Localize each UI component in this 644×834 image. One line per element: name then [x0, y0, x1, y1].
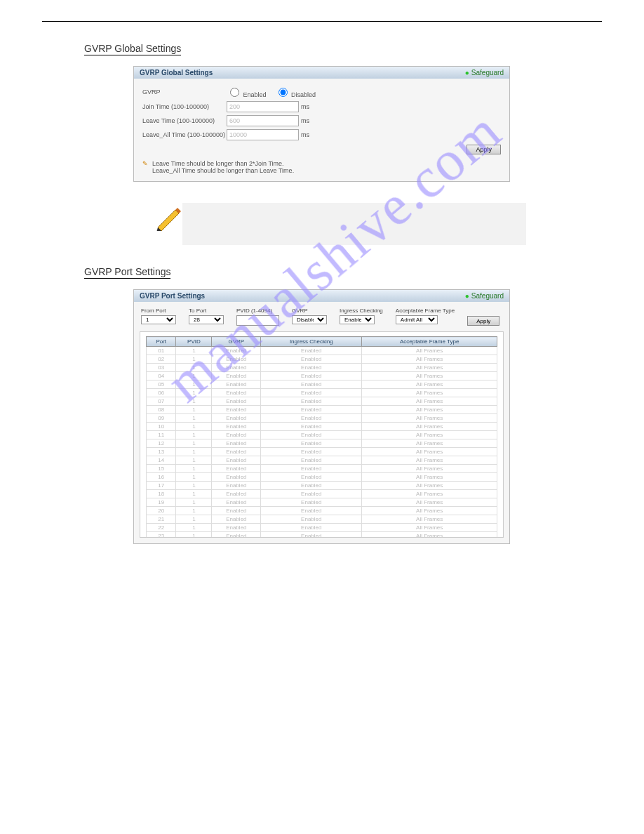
table-header: Acceptable Frame Type: [362, 337, 497, 347]
leave-input[interactable]: [227, 115, 299, 126]
table-cell: 05: [147, 380, 176, 389]
from-port-select[interactable]: 1: [141, 315, 176, 324]
apply-button-2[interactable]: Apply: [467, 316, 499, 326]
acceptable-label: Acceptable Frame Type: [396, 307, 455, 314]
table-cell: Enabled: [212, 482, 261, 490]
table-cell: All Frames: [362, 515, 497, 524]
table-cell: All Frames: [362, 439, 497, 448]
table-cell: 03: [147, 364, 176, 372]
table-row: 141EnabledEnabledAll Frames: [147, 456, 497, 465]
table-row: 081EnabledEnabledAll Frames: [147, 406, 497, 414]
table-cell: All Frames: [362, 397, 497, 406]
table-cell: 1: [176, 347, 212, 355]
table-cell: 1: [176, 482, 212, 490]
pvid-input[interactable]: [236, 315, 279, 326]
table-cell: 1: [176, 397, 212, 406]
table-cell: Enabled: [261, 364, 362, 372]
table-cell: 1: [176, 389, 212, 397]
table-cell: 1: [176, 456, 212, 465]
table-cell: Enabled: [261, 439, 362, 448]
disabled-radio[interactable]: Disabled: [275, 86, 316, 98]
table-cell: 1: [176, 380, 212, 389]
divider-top: [42, 21, 602, 22]
table-row: 181EnabledEnabledAll Frames: [147, 490, 497, 498]
table-cell: Enabled: [261, 532, 362, 538]
unit-ms2: ms: [301, 117, 309, 124]
leave-label: Leave Time (100-100000): [142, 117, 227, 124]
table-cell: All Frames: [362, 414, 497, 423]
join-input[interactable]: [227, 101, 299, 112]
table-cell: All Frames: [362, 482, 497, 490]
table-cell: Enabled: [212, 397, 261, 406]
table-cell: Enabled: [212, 439, 261, 448]
gvrp-ctrl-label: GVRP: [292, 307, 327, 314]
table-cell: 23: [147, 532, 176, 538]
table-cell: Enabled: [212, 456, 261, 465]
table-cell: Enabled: [212, 389, 261, 397]
table-cell: 16: [147, 473, 176, 482]
table-cell: Enabled: [212, 406, 261, 414]
pencil-note-box: [182, 203, 526, 245]
table-header: GVRP: [212, 337, 261, 347]
apply-button-1[interactable]: Apply: [467, 145, 501, 154]
table-cell: 1: [176, 406, 212, 414]
gvrp-label: GVRP: [142, 88, 227, 95]
table-cell: Enabled: [261, 389, 362, 397]
table-cell: 15: [147, 465, 176, 473]
table-cell: 1: [176, 448, 212, 456]
table-cell: All Frames: [362, 406, 497, 414]
table-cell: 1: [176, 414, 212, 423]
table-cell: 1: [176, 364, 212, 372]
table-cell: 04: [147, 372, 176, 380]
table-cell: Enabled: [261, 490, 362, 498]
table-cell: 06: [147, 389, 176, 397]
table-cell: Enabled: [212, 355, 261, 364]
table-cell: 1: [176, 431, 212, 439]
table-cell: Enabled: [212, 490, 261, 498]
section1-header: GVRP Global Settings: [84, 43, 181, 55]
table-cell: All Frames: [362, 490, 497, 498]
enabled-text: Enabled: [243, 91, 267, 98]
radio-disabled[interactable]: [279, 88, 288, 97]
table-row: 061EnabledEnabledAll Frames: [147, 389, 497, 397]
table-cell: Enabled: [212, 507, 261, 515]
table-row: 041EnabledEnabledAll Frames: [147, 372, 497, 380]
table-cell: 22: [147, 524, 176, 532]
table-cell: Enabled: [261, 431, 362, 439]
table-cell: 14: [147, 456, 176, 465]
port-table-wrap[interactable]: PortPVIDGVRPIngress CheckingAcceptable F…: [140, 331, 504, 538]
unit-ms3: ms: [301, 131, 309, 138]
panel2-titlebar: GVRP Port Settings Safeguard: [134, 290, 509, 302]
table-row: 231EnabledEnabledAll Frames: [147, 532, 497, 538]
pvid-label: PVID (1-4094): [236, 307, 279, 314]
table-cell: All Frames: [362, 473, 497, 482]
table-row: 111EnabledEnabledAll Frames: [147, 431, 497, 439]
panel2-title: GVRP Port Settings: [140, 292, 205, 300]
table-cell: 1: [176, 465, 212, 473]
table-cell: Enabled: [261, 380, 362, 389]
from-port-label: From Port: [141, 307, 176, 314]
pencil-icon: [154, 203, 182, 231]
table-cell: All Frames: [362, 498, 497, 507]
table-row: 021EnabledEnabledAll Frames: [147, 355, 497, 364]
enabled-radio[interactable]: Enabled: [227, 86, 267, 98]
disabled-text: Disabled: [291, 91, 316, 98]
gvrp-global-panel: GVRP Global Settings Safeguard GVRP Enab…: [133, 66, 510, 182]
table-cell: Enabled: [212, 372, 261, 380]
radio-enabled[interactable]: [230, 88, 239, 97]
table-cell: Enabled: [212, 515, 261, 524]
gvrp-select[interactable]: Disabled: [292, 315, 327, 324]
table-cell: All Frames: [362, 389, 497, 397]
table-row: 101EnabledEnabledAll Frames: [147, 423, 497, 431]
acceptable-select[interactable]: Admit All: [396, 315, 438, 324]
to-port-select[interactable]: 28: [189, 315, 224, 324]
table-cell: 1: [176, 372, 212, 380]
leaveall-input[interactable]: [227, 129, 299, 140]
table-header: PVID: [176, 337, 212, 347]
table-cell: All Frames: [362, 524, 497, 532]
table-row: 071EnabledEnabledAll Frames: [147, 397, 497, 406]
safeguard-label2: Safeguard: [465, 292, 504, 300]
table-row: 031EnabledEnabledAll Frames: [147, 364, 497, 372]
table-cell: All Frames: [362, 431, 497, 439]
ingress-select[interactable]: Enabled: [340, 315, 375, 324]
